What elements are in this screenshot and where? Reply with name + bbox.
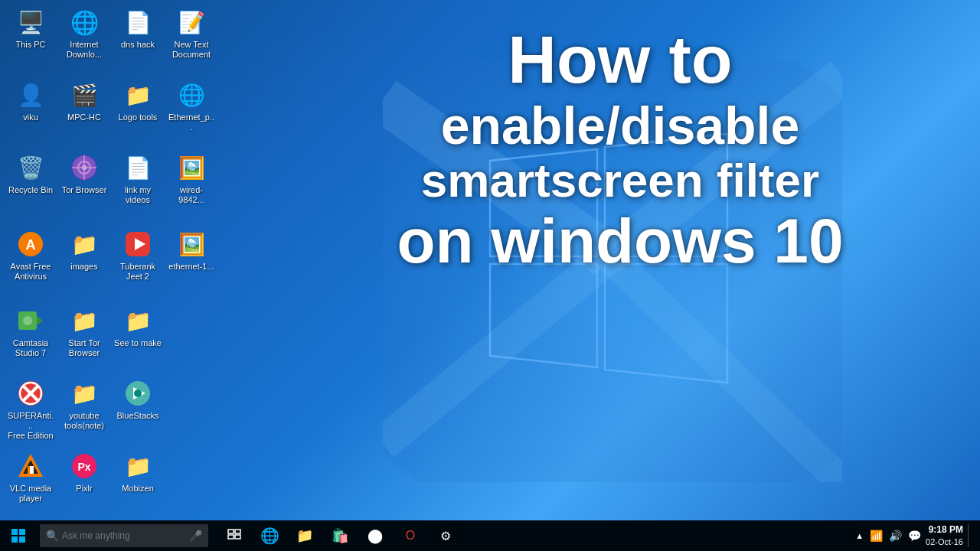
svg-marker-15 (37, 316, 43, 325)
edge-button[interactable]: 🌐 (253, 520, 286, 551)
icon-see-to-make[interactable]: 📁 See to make (111, 302, 165, 351)
icon-label: ethernet-1... (168, 262, 214, 272)
svg-text:A: A (26, 237, 36, 253)
icon-vlc[interactable]: VLC mediaplayer (4, 448, 57, 507)
icon-label: Tor Browser (62, 185, 107, 195)
time-display: 9:18 PM (926, 524, 963, 536)
icon-start-tor[interactable]: 📁 Start TorBrowser (57, 302, 111, 361)
icon-mobizen[interactable]: 📁 Mobizen (111, 448, 165, 497)
camtasia-icon (15, 305, 46, 336)
video-link-icon: 📄 (122, 152, 153, 183)
icon-youtube-tools[interactable]: 📁 youtubetools(note) (57, 375, 111, 434)
store-button[interactable]: 🛍️ (323, 520, 357, 551)
task-view-button[interactable] (217, 520, 251, 551)
icon-internet-download[interactable]: 🌐 InternetDownlo... (57, 4, 111, 63)
icon-link-my-videos[interactable]: 📄 link myvideos (111, 149, 165, 208)
icon-viku[interactable]: 👤 viku (4, 77, 57, 126)
icon-pixlr[interactable]: Px Pixlr (57, 448, 111, 497)
icon-label: Pixlr (76, 484, 92, 494)
icon-logo-tools[interactable]: 📁 Logo tools (111, 77, 165, 126)
image-icon: 🖼️ (176, 152, 207, 183)
icon-tuberank[interactable]: TuberankJeet 2 (111, 226, 165, 285)
icon-tor-browser[interactable]: Tor Browser (57, 149, 111, 198)
icon-label: Start TorBrowser (68, 338, 100, 358)
images-folder-icon: 📁 (69, 229, 100, 259)
tuberank-icon (122, 229, 153, 259)
file-explorer-button[interactable]: 📁 (288, 520, 322, 551)
icon-ethernet-p[interactable]: 🌐 Ethernet_p... (165, 77, 218, 135)
icon-label: link myvideos (125, 185, 151, 205)
svg-point-16 (23, 316, 32, 325)
microphone-icon[interactable]: 🎤 (189, 530, 202, 542)
icon-recycle-bin[interactable]: 🗑️ Recycle Bin (4, 149, 57, 198)
icon-label: TuberankJeet 2 (120, 262, 155, 282)
chrome-button[interactable]: ⬤ (358, 520, 392, 551)
taskbar: 🔍 🎤 🌐 📁 🛍️ ⬤ O ⚙ ▲ 📶 🔊 💬 9:18 PM 0 (0, 520, 980, 551)
icon-label: Logo tools (119, 112, 158, 122)
opera-button[interactable]: O (394, 520, 427, 551)
date-display: 02-Oct-16 (926, 536, 963, 547)
film-icon: 🎬 (69, 80, 100, 110)
pixlr-icon: Px (69, 451, 100, 481)
icon-avast[interactable]: A Avast FreeAntivirus (4, 226, 57, 285)
desktop-icons: 🖥️ This PC 🌐 InternetDownlo... 📄 dns hac… (0, 0, 230, 520)
icon-label: BlueStacks (116, 411, 158, 421)
icon-label: Avast FreeAntivirus (11, 262, 51, 282)
recycle-icon: 🗑️ (15, 152, 46, 183)
volume-icon[interactable]: 🔊 (889, 530, 902, 542)
extra-button[interactable]: ⚙ (429, 520, 462, 551)
person-icon: 👤 (15, 80, 46, 110)
arrow-up-icon[interactable]: ▲ (855, 531, 864, 540)
icon-label: New TextDocument (172, 40, 211, 60)
see-to-make-icon: 📁 (122, 305, 153, 336)
svg-rect-32 (11, 536, 18, 543)
search-input[interactable] (62, 530, 189, 541)
icon-camtasia[interactable]: CamtasiaStudio 7 (4, 302, 57, 361)
network-icon[interactable]: 📶 (870, 530, 883, 542)
svg-rect-34 (228, 530, 234, 533)
icon-label: Mobizen (122, 484, 154, 494)
bluestacks-icon (122, 378, 153, 409)
taskbar-pinned-apps: 🌐 📁 🛍️ ⬤ O ⚙ (217, 520, 462, 551)
icon-label: wired-9842... (168, 185, 215, 205)
icon-wired-9842[interactable]: 🖼️ wired-9842... (165, 149, 218, 208)
icon-label: CamtasiaStudio 7 (13, 338, 48, 358)
icon-label: youtubetools(note) (64, 411, 104, 431)
tor2-icon: 📁 (69, 305, 100, 336)
svg-rect-33 (19, 536, 25, 543)
icon-images[interactable]: 📁 images (57, 226, 111, 275)
icon-label: Ethernet_p... (168, 112, 215, 132)
notification-icon[interactable]: 💬 (908, 530, 921, 542)
windows-logo (383, 61, 842, 482)
icon-ethernet-1[interactable]: 🖼️ ethernet-1... (165, 226, 218, 275)
vlc-icon (15, 451, 46, 481)
svg-rect-30 (11, 529, 18, 535)
svg-point-23 (134, 390, 142, 397)
start-button[interactable] (0, 520, 37, 551)
icon-label: This PC (15, 40, 45, 50)
svg-rect-36 (228, 535, 234, 539)
icon-mpc-hc[interactable]: 🎬 MPC-HC (57, 77, 111, 126)
icon-label: See to make (114, 338, 162, 348)
icon-bluestacks[interactable]: BlueStacks (111, 375, 165, 424)
svg-rect-31 (19, 529, 25, 535)
icon-label: Recycle Bin (8, 185, 53, 195)
icon-superanti[interactable]: SUPERAnti...Free Edition (4, 375, 57, 445)
folder-icon: 📁 (122, 80, 153, 110)
svg-rect-35 (235, 530, 240, 533)
taskbar-clock[interactable]: 9:18 PM 02-Oct-16 (926, 524, 963, 547)
icon-label: dns hack (121, 40, 155, 50)
text-doc-icon: 📝 (176, 7, 207, 37)
taskbar-system-tray: ▲ 📶 🔊 💬 9:18 PM 02-Oct-16 (855, 524, 980, 547)
icon-label: viku (23, 112, 38, 122)
mobizen-icon: 📁 (122, 451, 153, 481)
icon-new-text-document[interactable]: 📝 New TextDocument (165, 4, 218, 63)
globe-icon: 🌐 (69, 7, 100, 37)
icon-this-pc[interactable]: 🖥️ This PC (4, 4, 57, 53)
icon-label: SUPERAnti...Free Edition (7, 411, 54, 442)
taskbar-search-box[interactable]: 🔍 🎤 (40, 524, 208, 547)
icon-dns-hack[interactable]: 📄 dns hack (111, 4, 165, 53)
show-desktop-button[interactable] (968, 524, 972, 547)
superanti-icon (15, 378, 46, 409)
svg-rect-27 (28, 466, 30, 474)
